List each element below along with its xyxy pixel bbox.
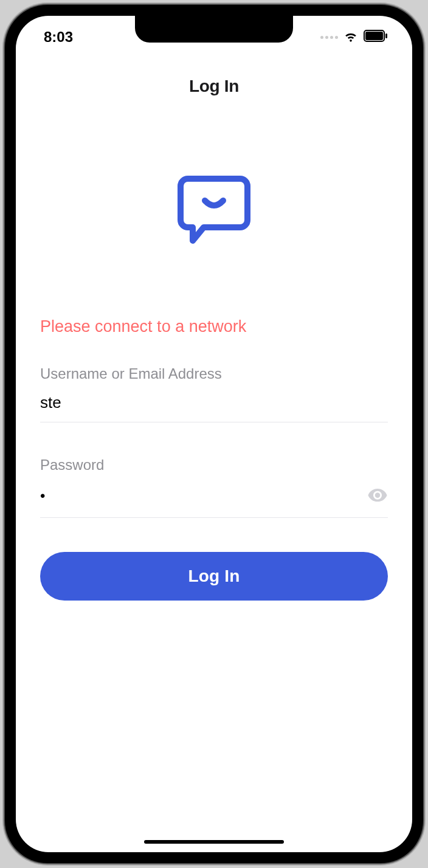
username-label: Username or Email Address [40, 365, 388, 382]
battery-icon [364, 29, 388, 46]
device-notch [135, 16, 293, 43]
page-title: Log In [16, 77, 412, 96]
password-label: Password [40, 456, 388, 474]
password-field-group: Password [40, 456, 388, 518]
login-button[interactable]: Log In [40, 552, 388, 601]
eye-icon [367, 484, 388, 508]
show-password-toggle[interactable] [367, 484, 388, 508]
phone-frame: 8:03 Log I [5, 5, 423, 863]
username-field-group: Username or Email Address [40, 365, 388, 422]
wifi-icon [343, 27, 359, 47]
svg-rect-2 [365, 32, 383, 40]
error-message: Please connect to a network [40, 317, 388, 336]
chat-bubble-smile-icon [174, 169, 254, 250]
screen: 8:03 Log I [16, 16, 412, 852]
status-right [320, 27, 388, 47]
home-indicator[interactable] [144, 840, 284, 844]
password-input-row [40, 484, 388, 518]
login-form: Please connect to a network Username or … [16, 169, 412, 601]
password-input[interactable] [40, 487, 367, 505]
app-logo-area [40, 169, 388, 250]
svg-rect-1 [385, 33, 387, 38]
username-input-row [40, 393, 388, 422]
cellular-signal-icon [320, 36, 338, 39]
status-time: 8:03 [44, 29, 73, 46]
username-input[interactable] [40, 393, 388, 412]
